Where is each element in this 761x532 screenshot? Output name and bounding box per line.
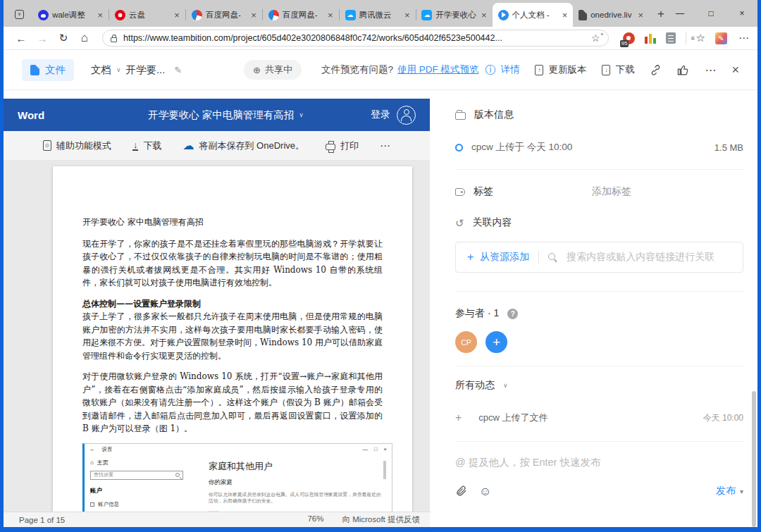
add-tag-button[interactable]: 添加标签: [592, 185, 631, 198]
minimize-button[interactable]: —: [664, 0, 695, 27]
more-actions-icon[interactable]: ⋯: [705, 63, 716, 77]
tab-title: 云盘: [129, 10, 169, 20]
version-entry-row[interactable]: cpcw 上传于 今天 10:00 1.5 MB: [455, 141, 743, 154]
figure-item-icon: [90, 502, 94, 507]
figure-main: 家庭和其他用户 你的家庭 你可以允许家庭成员登录到这台电脑。成人可以在线管理家庭…: [194, 455, 386, 512]
tab-baidupan-2[interactable]: 百度网盘-×: [263, 3, 339, 27]
tab-actions-button[interactable]: ∨: [11, 4, 28, 24]
favorites-list-icon[interactable]: ☆: [696, 32, 705, 44]
feedback-link[interactable]: 向 Microsoft 提供反馈: [342, 514, 420, 525]
breadcrumb-folder[interactable]: 文档: [91, 63, 111, 77]
link-icon[interactable]: [650, 64, 662, 76]
forward-icon[interactable]: →: [33, 32, 51, 44]
home-icon[interactable]: ⌂: [75, 31, 94, 45]
maximize-button[interactable]: □: [695, 0, 726, 27]
divider: [455, 441, 743, 442]
activity-plus-icon: +: [455, 412, 462, 424]
file-type-badge: 文件: [22, 59, 74, 81]
print-button[interactable]: 打印: [326, 140, 359, 152]
word-doc-title[interactable]: 开学要收心 家中电脑管理有高招∨: [81, 109, 371, 122]
publish-button[interactable]: 发布▾: [716, 485, 743, 497]
tab-wale[interactable]: wale调整×: [32, 3, 109, 27]
word-doc-title-text: 开学要收心 家中电脑管理有高招: [148, 109, 294, 122]
word-download-button[interactable]: ↓下载: [132, 140, 162, 152]
related-search-box[interactable]: +从资源添加 搜索内容或贴入内容链接进行关联: [455, 242, 743, 273]
doc-paragraph: 对于使用微软账户登录的 Windows 10 系统，打开“设置→账户→家庭和其他…: [82, 370, 383, 435]
related-search-input[interactable]: 搜索内容或贴入内容链接进行关联: [567, 251, 731, 264]
extensions-area: 95 ☆ ✎: [623, 32, 727, 44]
word-preview-pane: Word 开学要收心 家中电脑管理有高招∨ 登录 ☺辅助功能模式 ↓下载 ☁将副…: [4, 99, 430, 527]
breadcrumb[interactable]: 文档 ∨ 开学要... ✎: [91, 63, 182, 77]
back-icon[interactable]: ←: [12, 32, 30, 44]
tab-close-icon[interactable]: ×: [249, 10, 258, 20]
grid-extension-icon[interactable]: [645, 33, 656, 44]
emoji-icon[interactable]: ☺: [479, 485, 491, 497]
tab-close-icon[interactable]: ×: [326, 10, 335, 20]
rename-pencil-icon[interactable]: ✎: [174, 65, 182, 75]
baidu-pan-icon: [268, 10, 279, 20]
save-copy-label: 将副本保存到 OneDrive。: [199, 140, 304, 152]
tab-close-icon[interactable]: ×: [480, 10, 488, 20]
url-text[interactable]: https://www.teambition.com/project/605d4…: [123, 33, 585, 43]
breadcrumb-doc[interactable]: 开学要...: [126, 63, 166, 77]
close-window-button[interactable]: ×: [726, 0, 757, 27]
zoom-level[interactable]: 76%: [307, 514, 323, 525]
tab-title: onedrive.liv: [590, 11, 633, 19]
document-extension-icon[interactable]: [666, 32, 676, 44]
close-preview-icon[interactable]: ×: [731, 63, 739, 78]
tab-title: 百度网盘-: [283, 10, 323, 20]
paperclip-icon[interactable]: [455, 485, 468, 497]
panel-scrollbar[interactable]: [752, 391, 756, 527]
teambition-icon: [498, 10, 509, 20]
refresh-icon[interactable]: ↻: [54, 32, 73, 44]
word-status-bar: Page 1 of 15 76% 向 Microsoft 提供反馈: [4, 512, 430, 527]
tab-close-icon[interactable]: ×: [96, 10, 104, 20]
tab-yunpan[interactable]: 云盘×: [109, 3, 185, 27]
comment-placeholder: @ 提及他人，按 Enter 快速发布: [455, 456, 600, 469]
figure-add-member: +添加家庭成员: [209, 511, 386, 512]
gear-badge: 95: [620, 40, 629, 47]
page-indicator[interactable]: Page 1 of 15: [19, 516, 65, 524]
avatar[interactable]: CP: [455, 331, 477, 353]
tab-close-icon[interactable]: ×: [637, 10, 645, 20]
figure-window-controls: —□×: [363, 446, 387, 452]
details-button[interactable]: ⓘ 详情: [485, 63, 519, 77]
version-entry-text[interactable]: cpcw 上传于 今天 10:00: [471, 141, 572, 154]
activities-header[interactable]: 所有动态 ∨: [455, 379, 743, 392]
tab-close-icon[interactable]: ×: [403, 10, 412, 20]
tab-teambition-active[interactable]: 个人文档 -×: [493, 3, 574, 27]
update-version-button[interactable]: ↑ 更新版本: [535, 63, 586, 76]
download-button[interactable]: ↓ 下载: [602, 63, 634, 76]
tab-onedrive[interactable]: onedrive.liv×: [573, 3, 649, 27]
huawei-cloud-icon: [115, 10, 125, 20]
tab-kaixue[interactable]: ☁开学要收心×: [416, 3, 492, 27]
browser-menu-icon[interactable]: ⋯: [738, 32, 749, 44]
save-to-onedrive-button[interactable]: ☁将副本保存到 OneDrive。: [182, 139, 304, 152]
divider: [455, 366, 743, 366]
pdf-preview-link[interactable]: 使用 PDF 模式预览: [397, 63, 479, 76]
word-more-icon[interactable]: ⋯: [380, 140, 390, 152]
pencil-extension-icon[interactable]: ✎: [715, 32, 727, 44]
add-participant-button[interactable]: +: [485, 331, 507, 353]
thumbs-up-icon[interactable]: [677, 64, 689, 76]
tab-close-icon[interactable]: ×: [173, 10, 181, 20]
figure-search-box: 查找设置: [90, 471, 183, 480]
accessibility-mode-button[interactable]: ☺辅助功能模式: [43, 140, 111, 152]
sign-in-button[interactable]: 登录: [371, 106, 416, 125]
add-favorite-icon[interactable]: ☆: [591, 32, 600, 44]
window-controls: — □ ×: [664, 0, 757, 27]
tab-baidupan-1[interactable]: 百度网盘-×: [186, 3, 262, 27]
share-status-badge[interactable]: ⊕ 共享中: [244, 60, 302, 80]
figure-home-label: 主页: [97, 459, 109, 466]
tab-close-icon[interactable]: ×: [561, 10, 569, 20]
address-bar[interactable]: https://www.teambition.com/project/605d4…: [102, 30, 609, 47]
word-toolbar: ☺辅助功能模式 ↓下载 ☁将副本保存到 OneDrive。 打印 ⋯: [4, 131, 430, 161]
help-icon[interactable]: ?: [507, 309, 518, 319]
new-tab-button[interactable]: +: [657, 7, 664, 21]
add-from-resource-button[interactable]: +从资源添加: [467, 251, 529, 264]
word-header: Word 开学要收心 家中电脑管理有高招∨ 登录: [4, 99, 430, 131]
comment-input[interactable]: @ 提及他人，按 Enter 快速发布: [455, 456, 743, 469]
document-canvas[interactable]: 开学要收心 家中电脑管理有高招 现在开学了，你家的孩子是不是还挂念着寒假里玩的那…: [4, 161, 430, 512]
tab-weiyun[interactable]: ☁腾讯微云×: [340, 3, 416, 27]
gear-extension-icon[interactable]: 95: [623, 32, 635, 44]
